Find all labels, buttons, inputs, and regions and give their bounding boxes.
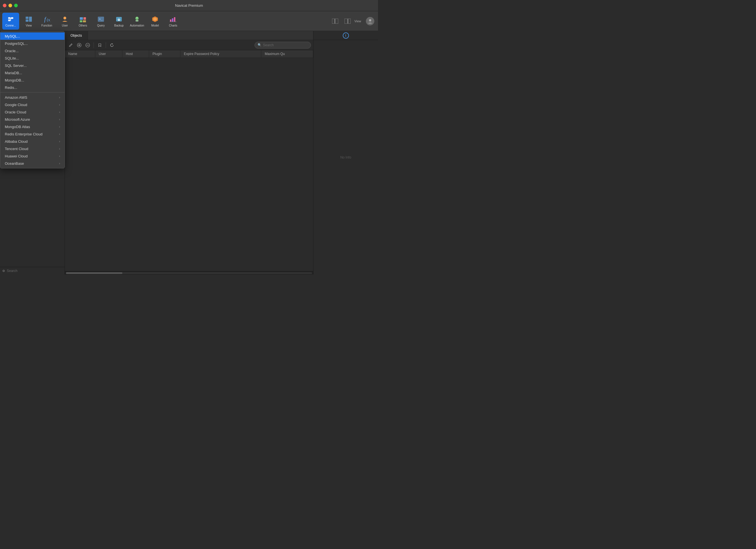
toolbar-view-split-left[interactable] [330, 13, 341, 30]
oracle-label: Oracle... [5, 49, 19, 53]
svg-rect-27 [174, 17, 175, 22]
user-icon [61, 15, 69, 23]
refresh-button[interactable] [108, 41, 116, 49]
svg-rect-32 [348, 19, 351, 24]
delete-button[interactable] [84, 41, 91, 49]
search-input[interactable] [263, 43, 308, 47]
chevron-right-icon: › [59, 140, 60, 143]
col-plugin[interactable]: Plugin [149, 50, 180, 58]
function-icon: f (x) [43, 15, 51, 23]
dropdown-item-alibaba-cloud[interactable]: Alibaba Cloud › [0, 138, 65, 145]
toolbar-view-split-right[interactable] [342, 13, 353, 30]
minimize-button[interactable] [8, 4, 12, 7]
dropdown-item-mongodb[interactable]: MongoDB... [0, 76, 65, 84]
svg-text:(x): (x) [47, 18, 50, 22]
dropdown-item-amazon-aws[interactable]: Amazon AWS › [0, 94, 65, 101]
tab-objects-label: Objects [70, 34, 82, 37]
svg-point-11 [63, 17, 66, 19]
main-toolbar: Conne... View f (x) Function User [0, 11, 378, 31]
bookmark-button[interactable] [96, 41, 103, 49]
col-name[interactable]: Name [65, 50, 95, 58]
toolbar-item-model[interactable]: Model [147, 13, 163, 30]
sidebar-search-bar: ⚙ [0, 267, 65, 274]
toolbar-item-charts[interactable]: Charts [165, 13, 182, 30]
charts-icon [169, 15, 177, 23]
avatar-icon [366, 17, 374, 25]
view-icon [25, 15, 33, 23]
toolbar-item-backup[interactable]: Backup [110, 13, 127, 30]
toolbar-view-text: View [354, 19, 363, 23]
sidebar-search-input[interactable] [7, 269, 62, 273]
toolbar-automation-label: Automation [130, 24, 144, 27]
dropdown-item-sqlite[interactable]: SQLite... [0, 54, 65, 62]
edit-button[interactable] [67, 41, 74, 49]
toolbar-item-user[interactable]: User [56, 13, 73, 30]
toolbar-others-label: Others [79, 24, 87, 27]
svg-point-33 [369, 19, 371, 21]
automation-icon [133, 15, 141, 23]
dropdown-item-microsoft-azure[interactable]: Microsoft Azure › [0, 116, 65, 123]
dropdown-item-sqlserver[interactable]: SQL Server... [0, 62, 65, 69]
chevron-right-icon: › [59, 133, 60, 136]
add-button[interactable] [76, 41, 83, 49]
dropdown-item-mysql[interactable]: MySQL... [0, 32, 65, 40]
split-left-icon [331, 17, 339, 25]
info-icon[interactable]: i [343, 32, 349, 39]
col-host[interactable]: Host [122, 50, 149, 58]
dropdown-item-oracle[interactable]: Oracle... [0, 47, 65, 54]
search-box: 🔍 [255, 42, 311, 48]
toolbar-item-query[interactable]: >_ Query [92, 13, 109, 30]
svg-rect-26 [172, 18, 173, 22]
sidebar-search-icon: ⚙ [2, 269, 5, 273]
user-avatar[interactable] [364, 13, 376, 30]
col-user[interactable]: User [95, 50, 122, 58]
svg-rect-0 [8, 17, 10, 19]
toolbar-item-others[interactable]: Others [74, 13, 91, 30]
scrollbar-thumb[interactable] [66, 272, 122, 274]
svg-rect-2 [8, 19, 10, 21]
dropdown-item-redis-enterprise[interactable]: Redis Enterprise Cloud › [0, 130, 65, 138]
close-button[interactable] [3, 4, 6, 7]
redis-label: Redis... [5, 85, 17, 90]
toolbar-item-function[interactable]: f (x) Function [38, 13, 55, 30]
sidebar: MySQL... PostgreSQL... Oracle... SQLite.… [0, 31, 65, 274]
dropdown-item-tencent-cloud[interactable]: Tencent Cloud › [0, 145, 65, 152]
info-panel: i No Info [313, 31, 378, 274]
toolbar-item-automation[interactable]: Automation [129, 13, 145, 30]
dropdown-item-mariadb[interactable]: MariaDB... [0, 69, 65, 76]
dropdown-item-redis[interactable]: Redis... [0, 84, 65, 91]
oracle-cloud-label: Oracle Cloud [5, 110, 26, 114]
model-icon [151, 15, 159, 23]
toolbar-item-view[interactable]: View [20, 13, 37, 30]
tencent-cloud-label: Tencent Cloud [5, 147, 28, 151]
no-info-text: No Info [340, 40, 351, 274]
col-maximum-qu[interactable]: Maximum Qu [261, 50, 313, 58]
chevron-right-icon: › [59, 111, 60, 114]
microsoft-azure-label: Microsoft Azure [5, 117, 30, 122]
col-expire-password[interactable]: Expire Password Policy [180, 50, 261, 58]
chevron-right-icon: › [59, 162, 60, 165]
dropdown-item-oracle-cloud[interactable]: Oracle Cloud › [0, 108, 65, 116]
dropdown-item-oceanbase[interactable]: OceanBase › [0, 160, 65, 167]
chevron-right-icon: › [59, 118, 60, 121]
toolbar-connection-label: Conne... [5, 24, 16, 27]
horizontal-scrollbar[interactable] [65, 271, 313, 274]
dropdown-item-mongodb-atlas[interactable]: MongoDB Atlas › [0, 123, 65, 130]
sqlite-label: SQLite... [5, 56, 19, 60]
toolbar-item-connection[interactable]: Conne... [2, 13, 19, 30]
dropdown-item-huawei-cloud[interactable]: Huawei Cloud › [0, 152, 65, 160]
chevron-right-icon: › [59, 147, 60, 150]
chevron-right-icon: › [59, 155, 60, 158]
svg-rect-8 [26, 19, 28, 22]
mysql-label: MySQL... [5, 34, 20, 38]
mongodb-label: MongoDB... [5, 78, 24, 82]
dropdown-item-google-cloud[interactable]: Google Cloud › [0, 101, 65, 108]
connection-dropdown: MySQL... PostgreSQL... Oracle... SQLite.… [0, 31, 65, 168]
maximize-button[interactable] [14, 4, 18, 7]
tab-objects[interactable]: Objects [65, 31, 88, 40]
svg-rect-31 [344, 19, 348, 24]
dropdown-item-postgresql[interactable]: PostgreSQL... [0, 40, 65, 47]
redis-enterprise-label: Redis Enterprise Cloud [5, 132, 43, 136]
toolbar-separator-1 [94, 42, 94, 48]
amazon-aws-label: Amazon AWS [5, 95, 27, 100]
